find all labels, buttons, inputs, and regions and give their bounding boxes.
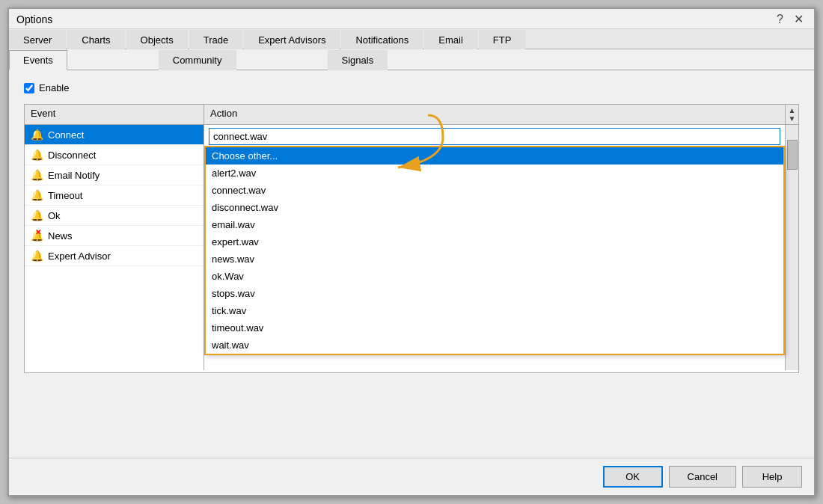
col-event-header: Event — [25, 105, 204, 124]
event-label-disconnect: Disconnect — [48, 150, 96, 161]
table-body: 🔔 Connect 🔔 Disconnect 🔔 Email Notify 🔔 … — [25, 125, 798, 370]
enable-checkbox[interactable] — [24, 83, 34, 93]
tab-community[interactable]: Community — [159, 50, 236, 70]
event-label-expert-advisor: Expert Advisor — [48, 251, 111, 262]
dropdown-item-ok[interactable]: ok.Wav — [206, 268, 783, 285]
tab-email[interactable]: Email — [424, 30, 477, 49]
col-action-header: Action — [204, 105, 785, 124]
dropdown-overlay: Choose other... alert2.wav connect.wav d… — [204, 146, 785, 355]
bell-icon-ok: 🔔 — [31, 209, 43, 221]
dropdown-item-choose-other[interactable]: Choose other... — [206, 147, 783, 165]
content-area: Enable Event Action ▲ ▼ 🔔 Connect — [9, 70, 814, 458]
tab-events[interactable]: Events — [9, 50, 67, 70]
tab-server[interactable]: Server — [9, 30, 66, 49]
event-row-ok[interactable]: 🔔 Ok — [25, 206, 204, 226]
tabs-row2: Events Community Signals — [9, 49, 814, 70]
dropdown-item-alert2[interactable]: alert2.wav — [206, 165, 783, 182]
enable-label: Enable — [39, 82, 69, 93]
action-input[interactable] — [209, 128, 780, 145]
bell-icon-email-notify: 🔔 — [31, 169, 43, 181]
dialog-title: Options — [16, 13, 52, 25]
enable-row: Enable — [24, 82, 799, 93]
tab-ftp[interactable]: FTP — [479, 30, 526, 49]
tab-charts[interactable]: Charts — [67, 30, 124, 49]
event-row-disconnect[interactable]: 🔔 Disconnect — [25, 145, 204, 165]
dropdown-item-connect[interactable]: connect.wav — [206, 182, 783, 199]
events-column: 🔔 Connect 🔔 Disconnect 🔔 Email Notify 🔔 … — [25, 125, 204, 370]
event-label-timeout: Timeout — [48, 190, 82, 201]
events-table: Event Action ▲ ▼ 🔔 Connect 🔔 Di — [24, 104, 799, 373]
close-button[interactable]: ✕ — [791, 13, 807, 25]
bell-icon-disconnect: 🔔 — [31, 149, 43, 161]
event-label-ok: Ok — [48, 210, 61, 221]
dropdown-item-disconnect[interactable]: disconnect.wav — [206, 199, 783, 216]
bell-icon-news: 🔔✕ — [31, 230, 43, 242]
dropdown-item-wait[interactable]: wait.wav — [206, 336, 783, 354]
footer: OK Cancel Help — [9, 458, 814, 495]
dropdown-item-news[interactable]: news.wav — [206, 251, 783, 268]
bell-icon-connect: 🔔 — [31, 129, 43, 141]
scroll-down-arrow[interactable]: ▼ — [789, 114, 796, 123]
event-row-news[interactable]: 🔔✕ News — [25, 226, 204, 246]
action-column: Choose other... alert2.wav connect.wav d… — [204, 125, 785, 370]
tab-expert-advisors[interactable]: Expert Advisors — [244, 30, 340, 49]
bell-icon-timeout: 🔔 — [31, 189, 43, 201]
tab-trade[interactable]: Trade — [189, 30, 242, 49]
tab-signals[interactable]: Signals — [328, 50, 388, 70]
table-header: Event Action ▲ ▼ — [25, 105, 798, 125]
event-row-email-notify[interactable]: 🔔 Email Notify — [25, 165, 204, 185]
scrollbar-thumb[interactable] — [787, 140, 798, 170]
dropdown-item-tick[interactable]: tick.wav — [206, 302, 783, 319]
scroll-up-arrow[interactable]: ▲ — [789, 106, 796, 114]
dropdown-item-expert[interactable]: expert.wav — [206, 233, 783, 251]
event-label-email-notify: Email Notify — [48, 170, 100, 181]
scrollbar-track — [785, 125, 798, 370]
cancel-button[interactable]: Cancel — [669, 466, 736, 488]
dropdown-item-email[interactable]: email.wav — [206, 216, 783, 233]
event-row-expert-advisor[interactable]: 🔔 Expert Advisor — [25, 246, 204, 266]
titlebar: Options ? ✕ — [9, 9, 814, 29]
help-button[interactable]: ? — [774, 13, 786, 25]
tab-notifications[interactable]: Notifications — [341, 30, 423, 49]
titlebar-controls: ? ✕ — [774, 13, 807, 25]
event-row-connect[interactable]: 🔔 Connect — [25, 125, 204, 145]
scroll-top-area: ▲ ▼ — [785, 105, 798, 124]
ok-button[interactable]: OK — [603, 466, 663, 488]
event-label-news: News — [48, 230, 73, 242]
options-dialog: Options ? ✕ Server Charts Objects Trade … — [7, 7, 816, 497]
event-row-timeout[interactable]: 🔔 Timeout — [25, 185, 204, 206]
dropdown-item-timeout[interactable]: timeout.wav — [206, 319, 783, 336]
help-footer-button[interactable]: Help — [742, 466, 802, 488]
dropdown-item-stops[interactable]: stops.wav — [206, 285, 783, 302]
bell-icon-expert-advisor: 🔔 — [31, 250, 43, 262]
tab-objects[interactable]: Objects — [126, 30, 188, 49]
tabs-row1: Server Charts Objects Trade Expert Advis… — [9, 29, 814, 49]
event-label-connect: Connect — [48, 129, 84, 141]
